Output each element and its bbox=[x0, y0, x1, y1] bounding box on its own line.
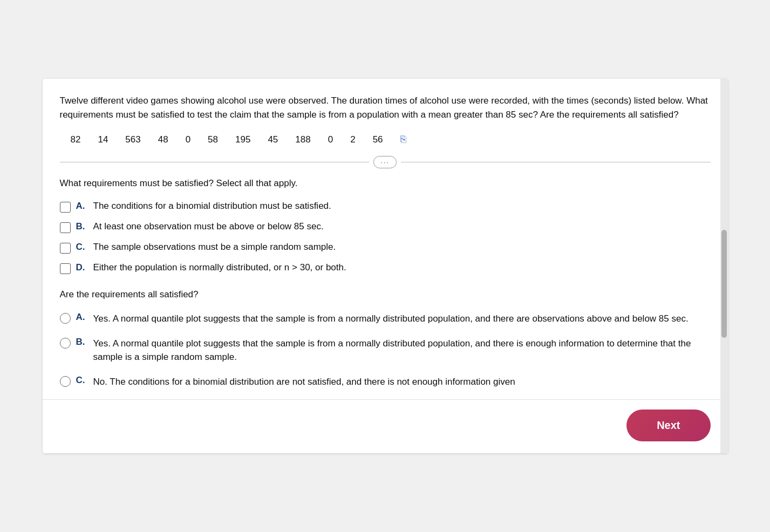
checkbox-option-b: B. At least one observation must be abov… bbox=[60, 221, 711, 233]
option-d-letter: D. bbox=[76, 262, 88, 273]
scrollbar-thumb[interactable] bbox=[721, 230, 727, 338]
data-value-0: 82 bbox=[71, 134, 81, 145]
data-value-4: 0 bbox=[186, 134, 190, 145]
question-text: Twelve different video games showing alc… bbox=[60, 94, 711, 122]
checkbox-c[interactable] bbox=[60, 243, 71, 254]
data-value-5: 58 bbox=[208, 134, 218, 145]
option-c-text: The sample observations must be a simple… bbox=[93, 242, 336, 253]
data-value-8: 188 bbox=[295, 134, 310, 145]
radio-b-letter: B. bbox=[76, 337, 88, 347]
data-value-3: 48 bbox=[158, 134, 168, 145]
checkbox-option-a: A. The conditions for a binomial distrib… bbox=[60, 201, 711, 213]
sub-question-2-label: Are the requirements all satisfied? bbox=[60, 289, 711, 300]
radio-c[interactable] bbox=[60, 376, 71, 387]
scrollbar-track[interactable] bbox=[720, 79, 728, 454]
checkbox-b[interactable] bbox=[60, 222, 71, 233]
radio-a-letter: A. bbox=[76, 312, 88, 323]
checkbox-options: A. The conditions for a binomial distrib… bbox=[60, 201, 711, 274]
radio-b[interactable] bbox=[60, 338, 71, 349]
ellipsis-button[interactable]: ··· bbox=[373, 156, 397, 168]
option-c-letter: C. bbox=[76, 242, 88, 253]
option-a-letter: A. bbox=[76, 201, 88, 212]
main-container: Twelve different video games showing alc… bbox=[43, 79, 728, 454]
checkbox-d[interactable] bbox=[60, 263, 71, 274]
radio-option-a: A. Yes. A normal quantile plot suggests … bbox=[60, 312, 711, 326]
option-d-text: Either the population is normally distri… bbox=[93, 262, 346, 273]
option-b-text: At least one observation must be above o… bbox=[93, 221, 324, 232]
data-row: 82 14 563 48 0 58 195 45 188 0 2 56 ⎘ bbox=[71, 134, 711, 145]
radio-c-text: No. The conditions for a binomial distri… bbox=[93, 375, 515, 389]
divider-line-right bbox=[401, 162, 711, 162]
radio-a[interactable] bbox=[60, 313, 71, 324]
divider-line-left bbox=[60, 162, 370, 162]
copy-icon[interactable]: ⎘ bbox=[400, 134, 406, 145]
data-value-1: 14 bbox=[98, 134, 108, 145]
option-a-text: The conditions for a binomial distributi… bbox=[93, 201, 331, 212]
data-value-7: 45 bbox=[268, 134, 278, 145]
radio-b-text: Yes. A normal quantile plot suggests tha… bbox=[93, 337, 711, 364]
sub-question-1-label: What requirements must be satisfied? Sel… bbox=[60, 178, 711, 189]
next-button[interactable]: Next bbox=[626, 410, 710, 441]
radio-a-text: Yes. A normal quantile plot suggests tha… bbox=[93, 312, 689, 326]
divider-row: ··· bbox=[60, 156, 711, 168]
data-value-10: 2 bbox=[350, 134, 355, 145]
radio-c-letter: C. bbox=[76, 375, 88, 386]
checkbox-a[interactable] bbox=[60, 202, 71, 213]
data-value-6: 195 bbox=[235, 134, 250, 145]
radio-options: A. Yes. A normal quantile plot suggests … bbox=[60, 312, 711, 388]
radio-option-b: B. Yes. A normal quantile plot suggests … bbox=[60, 337, 711, 364]
question-bottom: What requirements must be satisfied? Sel… bbox=[43, 168, 728, 388]
question-top: Twelve different video games showing alc… bbox=[43, 79, 728, 169]
option-b-letter: B. bbox=[76, 221, 88, 232]
footer: Next bbox=[43, 399, 728, 453]
data-value-11: 56 bbox=[373, 134, 383, 145]
radio-option-c: C. No. The conditions for a binomial dis… bbox=[60, 375, 711, 389]
checkbox-option-d: D. Either the population is normally dis… bbox=[60, 262, 711, 274]
data-value-9: 0 bbox=[328, 134, 333, 145]
checkbox-option-c: C. The sample observations must be a sim… bbox=[60, 242, 711, 254]
data-value-2: 563 bbox=[125, 134, 140, 145]
